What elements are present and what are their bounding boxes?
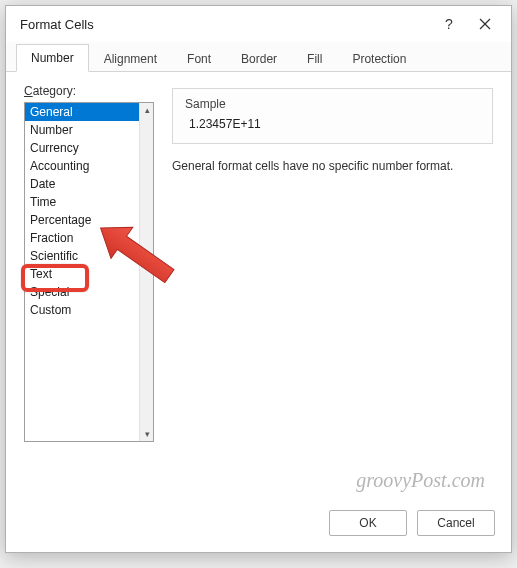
list-item-number[interactable]: Number xyxy=(25,121,139,139)
close-icon xyxy=(479,18,491,30)
list-item-scientific[interactable]: Scientific xyxy=(25,247,139,265)
tab-number[interactable]: Number xyxy=(16,44,89,72)
sample-box: Sample 1.23457E+11 xyxy=(172,88,493,144)
help-icon: ? xyxy=(445,16,453,32)
list-item-currency[interactable]: Currency xyxy=(25,139,139,157)
format-cells-dialog: Format Cells ? Number Alignment Font Bor… xyxy=(5,5,512,553)
dialog-body: Category: General Number Currency Accoun… xyxy=(6,72,511,496)
list-item-accounting[interactable]: Accounting xyxy=(25,157,139,175)
tab-protection[interactable]: Protection xyxy=(337,45,421,72)
tab-strip: Number Alignment Font Border Fill Protec… xyxy=(6,42,511,72)
dialog-footer: OK Cancel xyxy=(6,496,511,552)
cancel-button[interactable]: Cancel xyxy=(417,510,495,536)
list-item-percentage[interactable]: Percentage xyxy=(25,211,139,229)
dialog-title: Format Cells xyxy=(20,17,431,32)
list-item-custom[interactable]: Custom xyxy=(25,301,139,319)
format-description: General format cells have no specific nu… xyxy=(172,158,493,175)
category-label: Category: xyxy=(24,84,154,98)
tab-font[interactable]: Font xyxy=(172,45,226,72)
category-listbox[interactable]: General Number Currency Accounting Date … xyxy=(24,102,154,442)
list-item-time[interactable]: Time xyxy=(25,193,139,211)
titlebar: Format Cells ? xyxy=(6,6,511,42)
scrollbar[interactable]: ▴ ▾ xyxy=(139,103,153,441)
tab-alignment[interactable]: Alignment xyxy=(89,45,172,72)
scroll-up-icon[interactable]: ▴ xyxy=(140,103,154,117)
tab-border[interactable]: Border xyxy=(226,45,292,72)
list-item-general[interactable]: General xyxy=(25,103,139,121)
tab-fill[interactable]: Fill xyxy=(292,45,337,72)
close-button[interactable] xyxy=(467,10,503,38)
sample-title: Sample xyxy=(185,97,480,111)
scroll-down-icon[interactable]: ▾ xyxy=(140,427,154,441)
help-button[interactable]: ? xyxy=(431,10,467,38)
list-item-fraction[interactable]: Fraction xyxy=(25,229,139,247)
list-item-text[interactable]: Text xyxy=(25,265,139,283)
list-item-special[interactable]: Special xyxy=(25,283,139,301)
ok-button[interactable]: OK xyxy=(329,510,407,536)
sample-value: 1.23457E+11 xyxy=(185,117,480,131)
list-item-date[interactable]: Date xyxy=(25,175,139,193)
